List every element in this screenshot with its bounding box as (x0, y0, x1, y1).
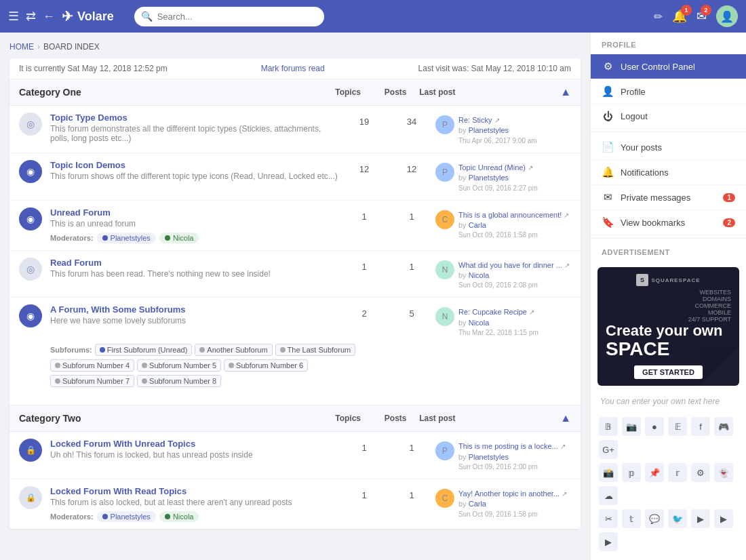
ad-decoration (699, 345, 739, 386)
social-paypal-icon[interactable]: 𝕡 (622, 463, 641, 482)
forum-name[interactable]: Locked Forum With Unread Topics (50, 439, 340, 449)
subforum-4[interactable]: Subforum Number 4 (50, 359, 134, 372)
edit-icon[interactable]: ✏ (654, 10, 663, 23)
messages-button[interactable]: ✉ 2 (696, 9, 707, 24)
sidebar-item-profile[interactable]: 👤 Profile (591, 79, 746, 104)
social-reddit-icon[interactable]: 𝕣 (668, 463, 687, 482)
lastpost-title[interactable]: This is a global announcement! ↗ (458, 210, 571, 220)
sidebar-item-yourposts[interactable]: 📄 Your posts (591, 135, 746, 160)
sidebar-profile-label: Profile (621, 87, 735, 97)
forum-lastpost: N What did you have for dinner ... ↗ by … (435, 258, 571, 291)
moderator-planetstyles2[interactable]: Planetstyles (97, 511, 156, 522)
moderator-nicola[interactable]: Nicola (159, 233, 199, 243)
social-scissors-icon[interactable]: ✂ (599, 509, 618, 528)
forum-name[interactable]: Read Forum (50, 258, 340, 268)
subforums-row2: Subforum Number 4 Subforum Number 5 Subf… (50, 359, 355, 372)
moderator-nicola2[interactable]: Nicola (159, 511, 199, 522)
social-twitch-icon[interactable]: 🎮 (714, 417, 733, 436)
mark-forums-read-link[interactable]: Mark forums read (261, 64, 325, 73)
lastpost-avatar: P (435, 441, 454, 460)
subforum-6[interactable]: Subforum Number 6 (224, 359, 308, 372)
social-vine-icon[interactable]: ● (645, 417, 664, 436)
social-snapchat-icon[interactable]: 👻 (714, 463, 733, 482)
lastpost-title[interactable]: Topic Unread (Mine) ↗ (458, 163, 571, 173)
notifications-button[interactable]: 🔔 1 (672, 9, 687, 24)
lastpost-author[interactable]: Carla (469, 500, 486, 508)
subforum-last[interactable]: The Last Subforum (275, 344, 356, 356)
ad-cta-button[interactable]: GET STARTED (634, 365, 703, 379)
social-tumblr-icon[interactable]: 𝕥 (622, 509, 641, 528)
lastpost-author[interactable]: Carla (469, 221, 486, 229)
lastpost-text: This is me posting is a locke... ↗ by Pl… (458, 441, 571, 472)
social-youtube-icon[interactable]: ▶ (599, 532, 618, 551)
advertisement-box[interactable]: S SQUARESPACE WEBSITESDOMAINSCOMMERCEMOB… (597, 267, 739, 386)
forum-name[interactable]: Unread Forum (50, 207, 340, 218)
social-facebook-icon[interactable]: f (691, 417, 710, 436)
forum-desc: This is an unread forum (50, 219, 340, 228)
collapse-cat1-button[interactable]: ▲ (560, 86, 571, 98)
forum-topics-count: 1 (340, 258, 388, 272)
lastpost-title[interactable]: Yay! Another topic in another... ↗ (458, 489, 571, 499)
subforum-7[interactable]: Subforum Number 7 (50, 375, 134, 387)
subforum-5[interactable]: Subforum Number 5 (137, 359, 221, 372)
social-behance-icon[interactable]: 𝔹 (599, 417, 618, 436)
lastpost-date: Sun Oct 09, 2016 2:08 pm (458, 281, 571, 290)
category-one-header: Category One Topics Posts Last post ▲ (9, 79, 581, 106)
social-instagram-icon[interactable]: 📷 (622, 417, 641, 436)
moderator-planetstyles[interactable]: Planetstyles (97, 233, 156, 243)
sidebar-item-notifications[interactable]: 🔔 Notifications (591, 160, 746, 185)
social-settings-icon[interactable]: ⚙ (691, 463, 710, 482)
sidebar-item-logout[interactable]: ⏻ Logout (591, 104, 746, 129)
col-posts-label2: Posts (372, 414, 419, 423)
forum-name[interactable]: Topic Type Demos (50, 113, 340, 123)
social-soundcloud-icon[interactable]: ☁ (599, 486, 618, 505)
lastpost-author[interactable]: Planetstyles (469, 453, 509, 461)
brand-logo[interactable]: ✈ Volare (62, 8, 114, 24)
user-avatar[interactable]: 👤 (716, 5, 738, 27)
lastpost-author[interactable]: Nicola (469, 271, 490, 279)
lastpost-author[interactable]: Nicola (469, 319, 490, 327)
lastpost-title[interactable]: Re: Sticky ↗ (458, 115, 571, 125)
lastpost-text: Re: Cupcake Recipe ↗ by Nicola Thu Mar 2… (458, 307, 571, 338)
social-twitter-icon[interactable]: 🐦 (668, 509, 687, 528)
forum-name[interactable]: Topic Icon Demos (50, 160, 340, 170)
lastpost-date: Sun Oct 09, 2016 2:27 pm (458, 184, 571, 193)
subforum-another[interactable]: Another Subforum (195, 344, 272, 356)
sidebar-item-pm[interactable]: ✉ Private messages 1 (591, 185, 746, 210)
collapse-cat2-button[interactable]: ▲ (560, 412, 571, 424)
menu-icon[interactable]: ☰ (8, 9, 19, 24)
social-etsy-icon[interactable]: 𝔼 (668, 417, 687, 436)
social-chat-icon[interactable]: 💬 (645, 509, 664, 528)
forum-row-subforums: ◉ A Forum, With Some Subforums Here we h… (9, 298, 581, 394)
notifications-sidebar-icon: 🔔 (602, 166, 614, 178)
forum-status-icon: 🔒 (19, 439, 42, 462)
subforums-label: Subforums: (50, 346, 92, 354)
social-vimeo-icon[interactable]: ▶ (691, 509, 710, 528)
forum-row-unread: ◉ Unread Forum This is an unread forum M… (9, 201, 581, 251)
search-input[interactable] (134, 7, 324, 26)
sidebar-custom-text: You can enter your own text here (591, 391, 746, 412)
shuffle-icon[interactable]: ⇄ (26, 9, 36, 24)
advertisement-label: ADVERTISEMENT (591, 241, 746, 260)
forum-name[interactable]: A Forum, With Some Subforums (50, 304, 340, 315)
breadcrumb-sep: › (37, 42, 40, 52)
lastpost-title[interactable]: This is me posting is a locke... ↗ (458, 441, 571, 452)
sidebar-yourposts-label: Your posts (621, 142, 735, 153)
board-panel: It is currently Sat May 12, 2018 12:52 p… (9, 58, 581, 529)
lastpost-title[interactable]: Re: Cupcake Recipe ↗ (458, 307, 571, 317)
subforum-first-unread[interactable]: First Subforum (Unread) (95, 344, 193, 356)
sidebar-item-ucp[interactable]: ⚙ User Control Panel (591, 54, 746, 79)
social-vk-icon[interactable]: ▶ (714, 509, 733, 528)
sidebar-item-bookmarks[interactable]: 🔖 View bookmarks 2 (591, 210, 746, 235)
lastpost-title[interactable]: What did you have for dinner ... ↗ (458, 260, 571, 271)
lastpost-author[interactable]: Planetstyles (469, 174, 509, 182)
social-pinterest-icon[interactable]: 📌 (645, 463, 664, 482)
social-instagram2-icon[interactable]: 📸 (599, 463, 618, 482)
subforum-8[interactable]: Subforum Number 8 (137, 375, 221, 387)
forum-lastpost: P Re: Sticky ↗ by Planetstyles Thu Apr 0… (435, 113, 571, 146)
forum-name[interactable]: Locked Forum With Read Topics (50, 486, 340, 496)
lastpost-author[interactable]: Planetstyles (469, 126, 509, 134)
back-icon[interactable]: ← (43, 9, 55, 24)
breadcrumb-home[interactable]: HOME (9, 42, 34, 52)
social-gplus-icon[interactable]: G+ (599, 440, 618, 459)
